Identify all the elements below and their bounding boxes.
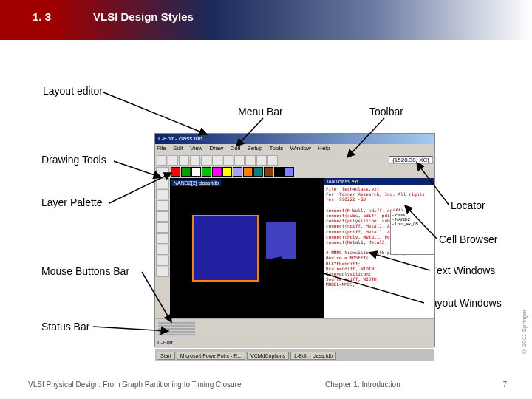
draw-tool[interactable] [156,211,169,222]
layer-swatch[interactable] [264,167,273,177]
mouse-icon [158,321,195,337]
layer-swatch[interactable] [233,167,242,177]
page-number: 7 [502,381,507,389]
draw-tool[interactable] [156,189,169,200]
label-layout-editor: Layout editor [43,85,103,97]
layout-area[interactable]: NAND2[2] class.tdb Tool1class.ext File: … [170,178,434,318]
svg-line-0 [103,92,207,134]
text-window-title: Tool1class.ext [324,178,434,185]
section-number: 1. 3 [33,10,51,23]
menu-item[interactable]: Cell [231,145,241,151]
label-layer-palette: Layer Palette [41,197,103,208]
toolbar-button[interactable] [234,155,245,166]
taskbar-item[interactable]: VCMdCoptions [247,352,289,360]
layer-swatch[interactable] [181,167,191,177]
label-menu-bar: Menu Bar [238,106,283,117]
layout-tab[interactable]: NAND2[2] class.tdb [171,180,221,186]
layer-swatch[interactable] [202,167,211,177]
layer-swatch[interactable] [284,167,294,177]
layer-swatch[interactable] [171,167,180,177]
toolbar-button[interactable] [201,155,211,166]
toolbar-button[interactable] [245,155,256,166]
drawing-tools-panel[interactable] [155,166,170,318]
footer-chapter: Chapter 1: Introduction [325,381,400,389]
locator-readout: {1528.38, XC} [389,156,433,164]
layer-palette[interactable] [170,166,434,178]
taskbar-item[interactable]: L-Edit - class.tdb [290,352,336,360]
toolbar-button[interactable] [223,155,233,166]
draw-tool[interactable] [156,267,169,277]
label-cell-browser: Cell Browser [439,233,497,245]
menu-item[interactable]: File [157,145,166,151]
status-bar: L-Edit [155,338,434,348]
mouse-buttons-bar [155,318,434,338]
draw-tool[interactable] [156,245,169,255]
menu-item[interactable]: Tools [270,145,284,151]
layout-cell[interactable] [266,222,296,259]
layer-swatch[interactable] [191,167,201,177]
taskbar-item[interactable]: Microsoft PowerPoint - R... [177,352,245,360]
menu-item[interactable]: View [190,145,202,151]
toolbar[interactable]: {1528.38, XC} [155,154,434,166]
toolbar-button[interactable] [179,155,189,166]
taskbar[interactable]: Start Microsoft PowerPoint - R... VCMdCo… [155,348,434,361]
layer-swatch[interactable] [253,167,263,177]
menu-item[interactable]: Window [290,145,310,151]
layer-swatch[interactable] [243,167,253,177]
menu-bar[interactable]: File Edit View Draw Cell Setup Tools Win… [155,144,434,154]
cell-browser[interactable]: - class - NAND2 - Lout_ex_05 [390,211,434,255]
menu-item[interactable]: Draw [210,145,224,151]
draw-tool[interactable] [156,233,169,244]
draw-tool[interactable] [156,222,169,233]
label-locator: Locator [451,200,485,211]
toolbar-button[interactable] [168,155,178,166]
menu-item[interactable]: Help [318,145,330,151]
section-title: VLSI Design Styles [93,10,194,23]
label-drawing-tools: Drawing Tools [41,154,106,166]
layout-cell[interactable] [192,215,259,282]
draw-tool[interactable] [156,178,169,188]
toolbar-button[interactable] [157,155,167,166]
draw-tool[interactable] [156,200,169,211]
menu-item[interactable]: Setup [248,145,263,151]
start-button[interactable]: Start [157,352,175,360]
menu-item[interactable]: Edit [173,145,183,151]
draw-tool[interactable] [156,167,169,177]
label-text-windows: Text Windows [432,265,495,276]
layout-window[interactable]: NAND2[2] class.tdb [170,178,324,318]
layer-swatch[interactable] [222,167,232,177]
slide-header: 1. 3 VLSI Design Styles [0,0,532,40]
copyright: © 2011 Springer [521,310,528,355]
window-title: L-Edit - class.tdb [155,134,434,144]
layout-editor-window: L-Edit - class.tdb File Edit View Draw C… [154,133,435,347]
label-status-bar: Status Bar [41,321,89,332]
toolbar-button[interactable] [267,155,278,166]
layer-swatch[interactable] [212,167,222,177]
toolbar-button[interactable] [212,155,222,166]
layer-swatch[interactable] [274,167,284,177]
draw-tool[interactable] [156,256,169,266]
label-layout-windows: Layout Windows [426,297,502,309]
footer-book-title: VLSI Physical Design: From Graph Partiti… [28,381,241,389]
label-mouse-buttons-bar: Mouse Buttons Bar [41,265,129,277]
toolbar-button[interactable] [190,155,200,166]
toolbar-button[interactable] [256,155,267,166]
label-toolbar: Toolbar [369,106,403,117]
